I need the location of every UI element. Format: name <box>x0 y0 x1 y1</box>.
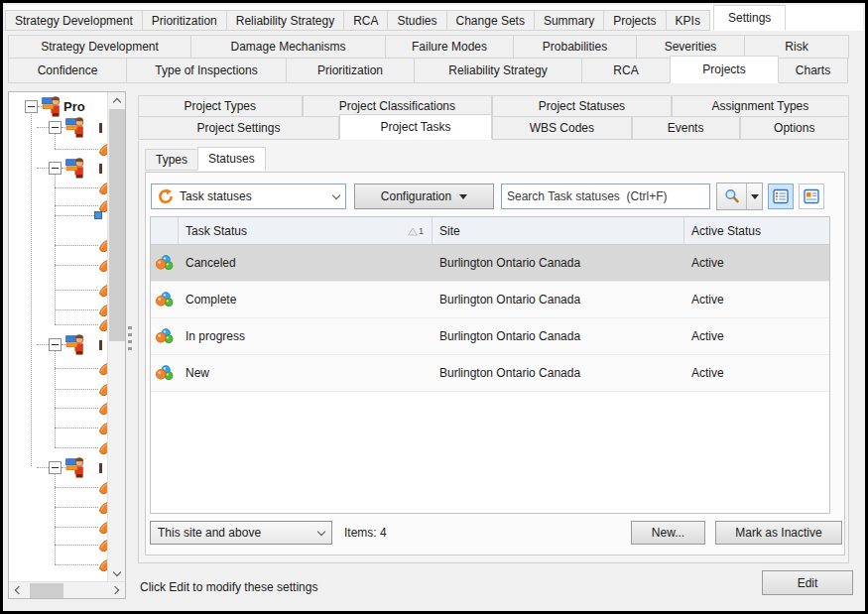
tree-leaf[interactable] <box>55 303 112 317</box>
tab-prioritization[interactable]: Prioritization <box>142 10 227 31</box>
tab-settings-failure-modes[interactable]: Failure Modes <box>385 35 514 59</box>
tab-project-statuses[interactable]: Project Statuses <box>492 95 672 117</box>
tab-settings[interactable]: Settings <box>713 5 786 31</box>
table-row[interactable]: Complete Burlington Ontario Canada Activ… <box>151 282 829 318</box>
collapse-icon[interactable] <box>49 121 62 134</box>
sort-ascending-icon: 1 <box>408 226 424 236</box>
tab-events[interactable]: Events <box>632 116 740 140</box>
mark-as-inactive-button[interactable]: Mark as Inactive <box>715 521 842 545</box>
tree-node[interactable] <box>37 158 102 179</box>
scroll-down-button[interactable] <box>108 565 126 582</box>
tab-projects[interactable]: Projects <box>603 10 666 31</box>
tree-node[interactable] <box>37 117 102 138</box>
tree-leaf[interactable] <box>55 317 112 332</box>
scroll-up-button[interactable] <box>108 92 126 109</box>
tab-reliability-strategy[interactable]: Reliability Strategy <box>226 10 344 31</box>
vertical-scroll-thumb[interactable] <box>109 109 125 341</box>
tree-leaf[interactable] <box>55 440 112 455</box>
tab-statuses[interactable]: Statuses <box>197 147 266 171</box>
chevron-down-icon <box>332 190 340 198</box>
tab-settings-strategy-development[interactable]: Strategy Development <box>8 35 191 59</box>
tree-leaf[interactable] <box>55 181 112 195</box>
project-tree-panel: Pro <box>8 91 126 599</box>
collapse-icon[interactable] <box>49 162 62 175</box>
tab-kpis[interactable]: KPIs <box>666 10 710 31</box>
edit-button[interactable]: Edit <box>762 570 853 595</box>
entity-selector-value: Task statuses <box>180 189 333 203</box>
horizontal-scroll-thumb[interactable] <box>30 583 63 598</box>
tree-leaf[interactable] <box>55 421 112 435</box>
tab-settings-projects[interactable]: Projects <box>670 56 779 83</box>
task-status-column-header[interactable]: Task Status 1 <box>179 217 433 244</box>
collapse-icon[interactable] <box>49 338 62 351</box>
tree-leaf[interactable] <box>55 283 112 298</box>
tree-leaf[interactable] <box>55 211 102 219</box>
tab-project-types[interactable]: Project Types <box>138 95 303 117</box>
tab-settings-type-of-inspections[interactable]: Type of Inspections <box>126 58 287 83</box>
tree-leaf[interactable] <box>55 557 112 572</box>
status-balls-icon <box>156 292 174 307</box>
new-button-label: New... <box>652 526 684 540</box>
tab-settings-prioritization[interactable]: Prioritization <box>286 58 415 83</box>
tab-strategy-development[interactable]: Strategy Development <box>5 10 143 31</box>
tree-node[interactable] <box>37 334 102 355</box>
tree-leaf[interactable] <box>55 520 112 535</box>
tab-assignment-types[interactable]: Assignment Types <box>672 95 849 117</box>
icon-column-header[interactable] <box>151 217 179 244</box>
site-scope-dropdown[interactable]: This site and above <box>150 521 332 545</box>
tab-studies[interactable]: Studies <box>387 10 446 31</box>
tab-settings-reliability-strategy[interactable]: Reliability Strategy <box>414 58 582 83</box>
tab-project-tasks[interactable]: Project Tasks <box>339 114 492 140</box>
tree-node-root[interactable]: Pro <box>25 96 85 117</box>
tab-wbs-codes[interactable]: WBS Codes <box>492 116 632 140</box>
new-button[interactable]: New... <box>631 521 705 545</box>
search-split-button[interactable] <box>716 183 763 210</box>
tree-node[interactable] <box>37 457 102 478</box>
tab-rca[interactable]: RCA <box>343 10 388 31</box>
configuration-button[interactable]: Configuration <box>354 184 494 209</box>
tab-change-sets[interactable]: Change Sets <box>446 10 535 31</box>
scroll-left-button[interactable] <box>9 582 26 599</box>
table-row[interactable]: In progress Burlington Ontario Canada Ac… <box>151 318 829 355</box>
tab-settings-probabilities[interactable]: Probabilities <box>513 35 637 59</box>
tree-leaf[interactable] <box>55 401 112 416</box>
site-column-header[interactable]: Site <box>433 217 684 244</box>
blue-square-icon <box>94 211 102 219</box>
tree-vertical-scrollbar[interactable] <box>107 92 125 582</box>
detail-view-toggle[interactable] <box>799 184 824 209</box>
tab-summary[interactable]: Summary <box>534 10 604 31</box>
tree-leaf[interactable] <box>55 142 112 157</box>
tree-leaf[interactable] <box>55 480 112 495</box>
tree-horizontal-scrollbar[interactable] <box>9 581 125 598</box>
list-view-icon <box>773 188 789 204</box>
project-person-icon <box>42 96 62 117</box>
entity-selector-dropdown[interactable]: Task statuses <box>151 184 346 209</box>
search-input[interactable] <box>501 184 710 209</box>
tree-leaf[interactable] <box>55 382 112 397</box>
panel-splitter[interactable] <box>127 326 132 360</box>
list-view-toggle[interactable] <box>768 184 794 209</box>
collapse-icon[interactable] <box>25 100 38 113</box>
tree-leaf[interactable] <box>55 361 112 376</box>
table-row[interactable]: Canceled Burlington Ontario Canada Activ… <box>151 245 829 282</box>
tree-leaf[interactable] <box>55 238 112 253</box>
status-message: Click Edit to modify these settings <box>140 580 317 594</box>
dropdown-arrow-icon <box>751 194 759 199</box>
tab-options[interactable]: Options <box>740 116 849 140</box>
tab-settings-damage-mechanisms[interactable]: Damage Mechanisms <box>190 35 386 59</box>
table-row[interactable]: New Burlington Ontario Canada Active <box>151 355 829 392</box>
active-status-column-header[interactable]: Active Status <box>684 217 829 244</box>
tab-settings-charts[interactable]: Charts <box>778 58 848 83</box>
tab-types[interactable]: Types <box>145 149 198 171</box>
tab-settings-confidence[interactable]: Confidence <box>8 58 127 83</box>
collapse-icon[interactable] <box>49 461 62 474</box>
tree-leaf[interactable] <box>55 258 112 273</box>
tab-settings-rca[interactable]: RCA <box>581 58 671 83</box>
search-options-dropdown[interactable] <box>746 184 762 209</box>
tree-leaf[interactable] <box>55 538 112 553</box>
tree-leaf[interactable] <box>55 500 112 515</box>
tab-project-settings[interactable]: Project Settings <box>138 116 339 140</box>
cell-task-status: Canceled <box>179 256 433 270</box>
sort-order-badge: 1 <box>419 226 424 236</box>
scroll-right-button[interactable] <box>108 582 125 599</box>
